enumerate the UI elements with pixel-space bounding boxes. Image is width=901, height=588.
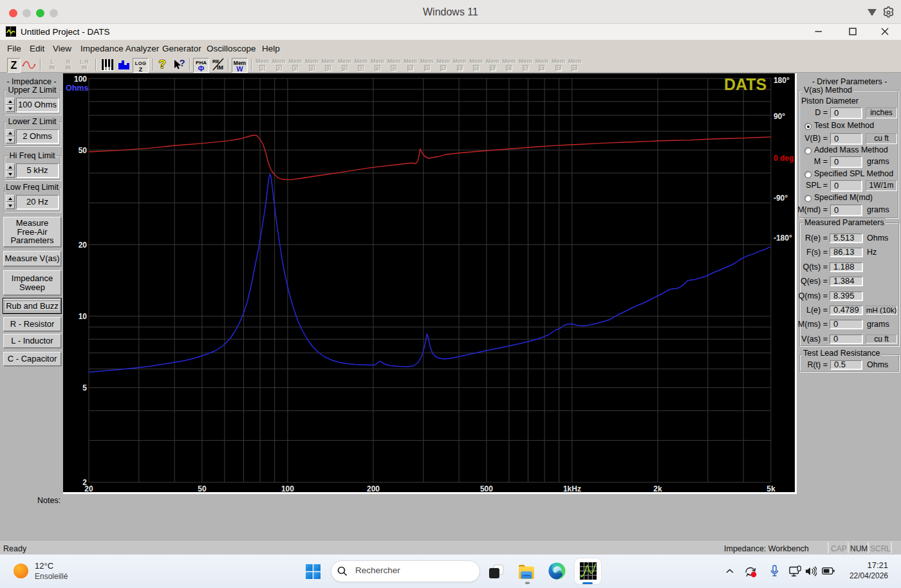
svg-text:5k: 5k — [766, 484, 776, 493]
svg-text:200: 200 — [367, 484, 380, 493]
svg-text:90°: 90° — [774, 112, 785, 121]
svg-text:5: 5 — [82, 383, 87, 392]
svg-text:500: 500 — [480, 484, 493, 493]
svg-text:180°: 180° — [774, 76, 790, 85]
svg-text:?: ? — [158, 57, 166, 71]
svg-text:Ohms: Ohms — [66, 84, 88, 93]
svg-text:0 deg: 0 deg — [774, 154, 794, 163]
svg-text:50: 50 — [198, 484, 207, 493]
svg-text:-180°: -180° — [774, 234, 792, 243]
svg-text:-90°: -90° — [774, 194, 788, 203]
svg-text:20: 20 — [84, 484, 93, 493]
svg-text:100: 100 — [281, 484, 294, 493]
svg-text:20: 20 — [79, 241, 88, 250]
svg-text:?: ? — [179, 57, 185, 68]
svg-text:100: 100 — [74, 75, 87, 84]
svg-text:DATS: DATS — [724, 75, 766, 93]
svg-text:10: 10 — [79, 312, 88, 321]
svg-text:2k: 2k — [653, 484, 662, 493]
svg-text:50: 50 — [79, 146, 88, 155]
svg-text:1kHz: 1kHz — [563, 484, 581, 493]
